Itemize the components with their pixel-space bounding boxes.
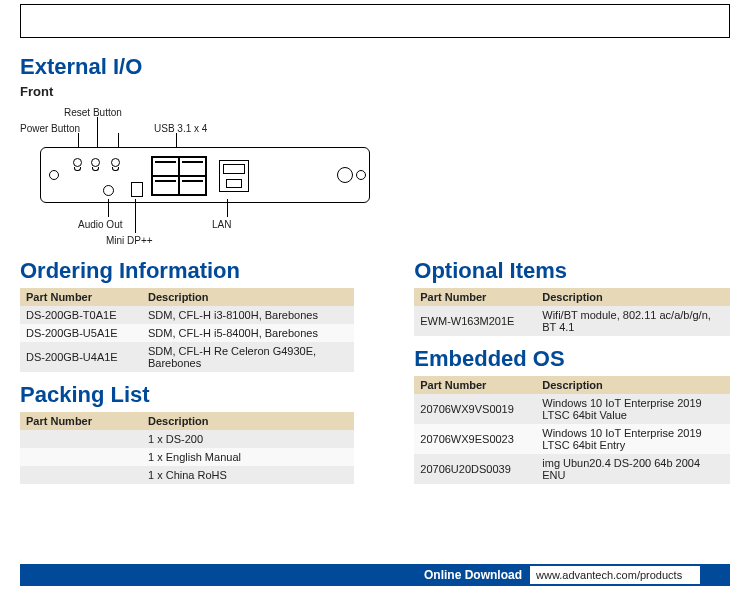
- label-audio-out: Audio Out: [78, 219, 122, 230]
- footer-label: Online Download: [20, 564, 530, 586]
- heading-embedded: Embedded OS: [414, 346, 730, 372]
- optional-table: Part Number Description EWM-W163M201EWif…: [414, 288, 730, 336]
- ordering-table: Part Number Description DS-200GB-T0A1ESD…: [20, 288, 354, 372]
- th-description: Description: [142, 288, 354, 306]
- heading-ordering: Ordering Information: [20, 258, 354, 284]
- heading-external-io: External I/O: [20, 54, 730, 80]
- chassis-outline: [40, 147, 370, 203]
- th-part-number: Part Number: [20, 288, 142, 306]
- table-row: 20706WX9VS0019Windows 10 IoT Enterprise …: [414, 394, 730, 424]
- label-mini-dp: Mini DP++: [106, 235, 153, 246]
- label-lan: LAN: [212, 219, 231, 230]
- footer-end-block: [700, 564, 730, 586]
- th-part-number: Part Number: [20, 412, 142, 430]
- label-reset-button: Reset Button: [64, 107, 122, 118]
- table-row: EWM-W163M201EWifi/BT module, 802.11 ac/a…: [414, 306, 730, 336]
- th-description: Description: [536, 376, 730, 394]
- subheading-front: Front: [20, 84, 730, 99]
- th-part-number: Part Number: [414, 288, 536, 306]
- table-row: 1 x China RoHS: [20, 466, 354, 484]
- packing-table: Part Number Description 1 x DS-200 1 x E…: [20, 412, 354, 484]
- th-description: Description: [142, 412, 354, 430]
- table-row: DS-200GB-U4A1ESDM, CFL-H Re Celeron G493…: [20, 342, 354, 372]
- table-row: DS-200GB-T0A1ESDM, CFL-H i3-8100H, Bareb…: [20, 306, 354, 324]
- footer-url: www.advantech.com/products: [530, 564, 700, 586]
- table-row: 1 x English Manual: [20, 448, 354, 466]
- heading-optional: Optional Items: [414, 258, 730, 284]
- table-row: 20706WX9ES0023Windows 10 IoT Enterprise …: [414, 424, 730, 454]
- embedded-table: Part Number Description 20706WX9VS0019Wi…: [414, 376, 730, 484]
- front-panel-diagram: Reset Button Power Button USB 3.1 x 4 Au…: [20, 103, 380, 248]
- table-row: DS-200GB-U5A1ESDM, CFL-H i5-8400H, Bareb…: [20, 324, 354, 342]
- label-power-button: Power Button: [20, 123, 80, 134]
- th-description: Description: [536, 288, 730, 306]
- th-part-number: Part Number: [414, 376, 536, 394]
- label-usb: USB 3.1 x 4: [154, 123, 207, 134]
- top-empty-box: [20, 4, 730, 38]
- footer-bar: Online Download www.advantech.com/produc…: [20, 564, 730, 586]
- table-row: 1 x DS-200: [20, 430, 354, 448]
- heading-packing: Packing List: [20, 382, 354, 408]
- table-row: 20706U20DS0039img Ubun20.4 DS-200 64b 20…: [414, 454, 730, 484]
